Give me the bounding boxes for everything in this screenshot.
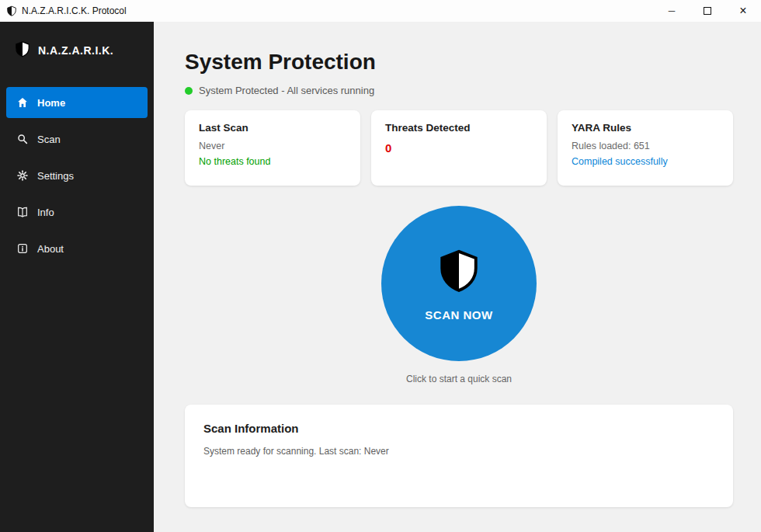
- sidebar-item-home[interactable]: Home: [6, 87, 148, 118]
- window-controls: ─ ×: [654, 0, 761, 22]
- status-row: System Protected - All services running: [185, 85, 733, 96]
- card-title: Last Scan: [199, 122, 346, 134]
- sidebar-item-label: Scan: [37, 134, 61, 145]
- compiled-status-text: Compiled successfully: [572, 156, 719, 167]
- card-last-scan-value: Never: [199, 141, 346, 151]
- titlebar: N.A.Z.A.R.I.C.K. Protocol ─ ×: [0, 0, 761, 22]
- card-last-scan: Last Scan Never No threats found: [185, 110, 360, 186]
- book-icon: [16, 206, 29, 219]
- scan-now-button[interactable]: SCAN NOW: [381, 206, 537, 361]
- info-icon: [16, 242, 29, 256]
- logo-shield-icon: [14, 40, 31, 61]
- maximize-button[interactable]: [690, 0, 725, 22]
- logo: N.A.Z.A.R.I.K.: [0, 40, 154, 61]
- scan-information-text: System ready for scanning. Last scan: Ne…: [203, 446, 714, 457]
- sidebar-item-label: Info: [37, 207, 54, 218]
- card-title: Threats Detected: [385, 122, 533, 134]
- card-yara-rules: YARA Rules Rules loaded: 651 Compiled su…: [558, 110, 733, 186]
- sidebar-item-settings[interactable]: Settings: [6, 160, 148, 191]
- sidebar-item-scan[interactable]: Scan: [6, 123, 148, 155]
- scan-shield-icon: [436, 246, 481, 297]
- scan-now-label: SCAN NOW: [425, 308, 492, 322]
- status-dot-icon: [185, 87, 193, 95]
- gear-icon: [16, 169, 29, 183]
- scan-information-panel: Scan Information System ready for scanni…: [185, 405, 733, 507]
- card-last-scan-result: No threats found: [199, 156, 346, 167]
- sidebar-item-label: Home: [37, 97, 65, 109]
- maximize-icon: [704, 7, 711, 15]
- sidebar-item-about[interactable]: About: [6, 233, 148, 264]
- page-title: System Protection: [185, 50, 733, 75]
- search-icon: [16, 133, 29, 146]
- sidebar-item-label: Settings: [37, 170, 74, 182]
- nav: Home Scan: [0, 87, 154, 264]
- scan-hint: Click to start a quick scan: [406, 374, 512, 384]
- logo-text: N.A.Z.A.R.I.K.: [38, 44, 113, 57]
- app-shield-icon: [6, 5, 17, 16]
- minimize-icon: ─: [669, 5, 676, 16]
- card-title: YARA Rules: [572, 122, 719, 134]
- stat-cards: Last Scan Never No threats found Threats…: [185, 110, 733, 186]
- threats-count: 0: [385, 141, 533, 155]
- sidebar-item-info[interactable]: Info: [6, 196, 148, 228]
- card-threats-detected: Threats Detected 0: [371, 110, 547, 186]
- rules-loaded-text: Rules loaded: 651: [572, 141, 719, 151]
- close-icon: ×: [739, 4, 746, 18]
- scan-area: SCAN NOW Click to start a quick scan: [185, 186, 733, 384]
- sidebar-item-label: About: [37, 243, 64, 255]
- scan-information-title: Scan Information: [203, 422, 714, 435]
- home-icon: [16, 96, 29, 110]
- minimize-button[interactable]: ─: [654, 0, 690, 22]
- status-text: System Protected - All services running: [199, 85, 374, 96]
- sidebar: N.A.Z.A.R.I.K. Home Scan: [0, 22, 154, 532]
- main-content: System Protection System Protected - All…: [154, 22, 761, 532]
- window-title: N.A.Z.A.R.I.C.K. Protocol: [22, 5, 127, 16]
- close-button[interactable]: ×: [725, 0, 761, 22]
